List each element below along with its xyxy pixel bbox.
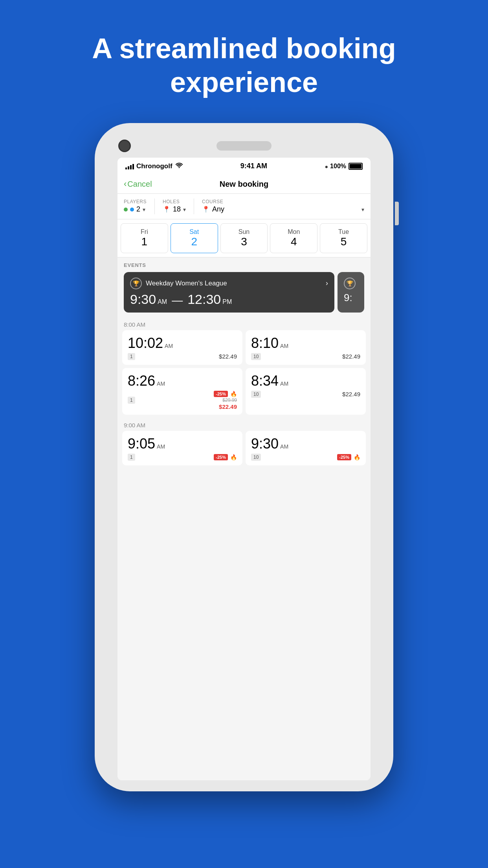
event-title-row: 🏆 Weekday Women's League: [130, 278, 227, 289]
holes-dropdown-icon: ▾: [183, 206, 186, 213]
date-sun-num: 3: [241, 235, 247, 248]
tee-ampm-1002: AM: [165, 343, 173, 349]
tee-hour-1002: 10:02: [128, 335, 163, 351]
time-group-9am: 9:00 AM: [117, 418, 371, 431]
camera-icon: [118, 140, 131, 152]
status-time: 9:41 AM: [240, 162, 267, 170]
battery-icon: [349, 163, 363, 170]
event-end-ampm: PM: [222, 298, 232, 305]
event-chevron-icon: ›: [326, 279, 328, 287]
tee-card-826[interactable]: 8:26 AM 1 -25% 🔥 $29.99 $22.49: [122, 368, 242, 415]
divider-1: [154, 199, 155, 214]
tee-card-1002[interactable]: 10:02 AM 1 $22.49: [122, 330, 242, 365]
date-mon-label: Mon: [288, 228, 300, 235]
tee-card-930[interactable]: 9:30 AM 10 -25% 🔥: [246, 431, 366, 465]
battery-pct: 100%: [330, 163, 346, 170]
signal-bar-4: [132, 164, 134, 169]
event2-time: 9:: [344, 292, 358, 304]
filters-row: PLAYERS 2 ▾ HOLES 📍 18 ▾: [117, 194, 371, 219]
headline-line2: experience: [170, 66, 318, 98]
page-headline: A streamlined booking experience: [67, 31, 421, 99]
discount-badge-930: -25%: [337, 454, 351, 460]
discount-badge-826: -25%: [214, 391, 228, 397]
tee-times-grid-9am: 9:05 AM 1 -25% 🔥 9:30 AM: [117, 431, 371, 469]
bluetooth-icon: ⁎: [325, 163, 328, 169]
tee-hour-810: 8:10: [251, 335, 279, 351]
tee-hour-834: 8:34: [251, 373, 279, 389]
back-chevron-icon: ‹: [124, 179, 127, 189]
players-label: PLAYERS: [124, 199, 147, 204]
holes-filter[interactable]: HOLES 📍 18 ▾: [163, 199, 186, 213]
holes-count: 18: [173, 205, 181, 213]
tee-time-834: 8:34 AM: [251, 373, 360, 389]
date-picker: Fri 1 Sat 2 Sun 3 Mon 4 Tue 5: [117, 219, 371, 257]
speaker: [216, 141, 272, 151]
tee-card-834[interactable]: 8:34 AM 10 $22.49: [246, 368, 366, 415]
event-time-dash: —: [172, 294, 183, 307]
date-sat-2[interactable]: Sat 2: [171, 223, 218, 253]
course-pin-icon: 📍: [202, 206, 210, 213]
tee-price-834: $22.49: [342, 391, 360, 397]
tee-ampm-826: AM: [157, 381, 165, 387]
phone-top-bar: [103, 134, 385, 158]
course-value: Any: [212, 205, 224, 213]
tee-time-1002: 10:02 AM: [128, 335, 237, 351]
tee-ampm-905: AM: [157, 443, 165, 450]
event-header: 🏆 Weekday Women's League ›: [130, 278, 328, 289]
date-fri-num: 1: [141, 235, 148, 248]
course-filter[interactable]: COURSE 📍 Any ▾: [202, 199, 364, 213]
signal-bar-1: [125, 167, 127, 169]
battery-fill: [350, 164, 361, 169]
tee-hour-905: 9:05: [128, 436, 155, 452]
signal-bar-3: [130, 165, 132, 169]
status-left: Chronogolf: [125, 162, 183, 170]
badge-row-826: -25% 🔥: [214, 391, 237, 397]
price-discounted-826: $22.49: [219, 403, 237, 410]
players-filter[interactable]: PLAYERS 2 ▾: [124, 199, 147, 213]
tee-hour-930: 9:30: [251, 436, 279, 452]
date-sun-label: Sun: [238, 228, 250, 235]
date-sat-num: 2: [191, 235, 197, 248]
tee-slot-905: 1: [128, 454, 135, 461]
date-mon-num: 4: [291, 235, 297, 248]
time-group-8am: 8:00 AM: [117, 317, 371, 330]
players-value-row: 2 ▾: [124, 205, 147, 213]
event-end-time: 12:30: [187, 292, 221, 307]
tee-price-810: $22.49: [342, 353, 360, 360]
tee-hour-826: 8:26: [128, 373, 155, 389]
side-button: [395, 202, 399, 225]
trophy-icon: 🏆: [130, 278, 142, 289]
cancel-label: Cancel: [127, 180, 152, 189]
date-tue-5[interactable]: Tue 5: [320, 223, 367, 253]
date-sat-label: Sat: [189, 228, 199, 235]
tee-ampm-810: AM: [280, 343, 288, 349]
status-right: ⁎ 100%: [325, 163, 363, 170]
tee-footer-826: 1 -25% 🔥 $29.99 $22.49: [128, 391, 237, 410]
badge-row-905: -25% 🔥: [214, 454, 237, 460]
event-start-time: 9:30: [130, 292, 156, 307]
tee-footer-930: 10 -25% 🔥: [251, 454, 360, 461]
player-dot-green: [124, 208, 128, 211]
phone-screen: Chronogolf 9:41 AM ⁎ 100% ‹ Cancel: [117, 158, 371, 780]
tee-slot-810: 10: [251, 353, 261, 360]
nav-bar: ‹ Cancel New booking: [117, 175, 371, 194]
tee-ampm-834: AM: [280, 381, 288, 387]
tee-times-section: 8:00 AM 10:02 AM 1 $22.49 8:10: [117, 317, 371, 780]
cancel-button[interactable]: ‹ Cancel: [124, 179, 152, 189]
date-fri-label: Fri: [141, 228, 148, 235]
event-card-2[interactable]: 🏆 9:: [338, 272, 364, 313]
event2-title-row: 🏆: [344, 278, 358, 289]
tee-time-905: 9:05 AM: [128, 436, 237, 452]
holes-value-row: 📍 18 ▾: [163, 205, 186, 213]
tee-footer-1002: 1 $22.49: [128, 353, 237, 360]
divider-2: [194, 199, 194, 214]
tee-slot-826: 1: [128, 397, 135, 404]
tee-footer-905: 1 -25% 🔥: [128, 454, 237, 461]
tee-footer-834: 10 $22.49: [251, 391, 360, 398]
tee-card-905[interactable]: 9:05 AM 1 -25% 🔥: [122, 431, 242, 465]
tee-card-810[interactable]: 8:10 AM 10 $22.49: [246, 330, 366, 365]
date-sun-3[interactable]: Sun 3: [220, 223, 268, 253]
event-card-1[interactable]: 🏆 Weekday Women's League › 9:30 AM — 12:…: [124, 272, 334, 313]
date-fri-1[interactable]: Fri 1: [121, 223, 168, 253]
date-mon-4[interactable]: Mon 4: [270, 223, 317, 253]
